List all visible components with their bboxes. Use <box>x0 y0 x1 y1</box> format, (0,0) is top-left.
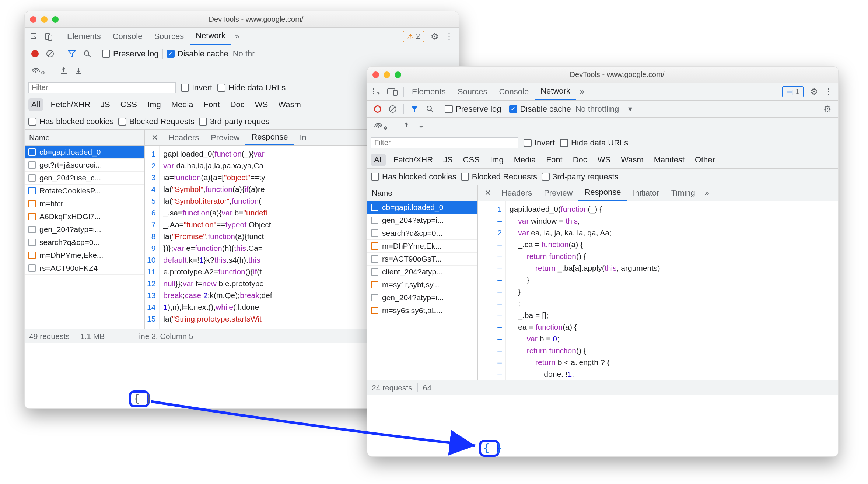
tab-preview[interactable]: Preview <box>538 185 578 201</box>
type-manifest[interactable]: Manifest <box>651 154 687 166</box>
warning-badge[interactable]: ⚠2 <box>403 31 424 42</box>
maximize-icon[interactable] <box>52 16 59 23</box>
inspect-icon[interactable] <box>370 86 384 98</box>
disable-cache-checkbox[interactable]: ✓Disable cache <box>167 49 228 59</box>
request-row[interactable]: client_204?atyp... <box>367 266 477 278</box>
device-toggle-icon[interactable] <box>42 31 56 42</box>
hide-data-urls-checkbox[interactable]: Hide data URLs <box>560 138 628 148</box>
filter-toggle-icon[interactable] <box>65 48 79 59</box>
type-img[interactable]: Img <box>144 98 164 111</box>
request-row[interactable]: get?rt=j&sourcei... <box>25 159 144 172</box>
type-font[interactable]: Font <box>543 154 566 166</box>
blocked-cookies-checkbox[interactable]: Has blocked cookies <box>371 172 456 182</box>
tab-console[interactable]: Console <box>493 83 535 100</box>
tab-preview[interactable]: Preview <box>205 130 245 145</box>
tab-initiator[interactable]: Initiator <box>627 185 665 201</box>
request-row[interactable]: gen_204?atyp=i... <box>367 214 477 227</box>
type-fetchxhr[interactable]: Fetch/XHR <box>390 154 436 166</box>
type-ws[interactable]: WS <box>595 154 613 166</box>
close-icon[interactable] <box>30 16 36 23</box>
disable-cache-checkbox[interactable]: ✓Disable cache <box>509 104 571 114</box>
type-media[interactable]: Media <box>168 98 196 111</box>
request-row[interactable]: m=DhPYme,Eke... <box>25 249 144 262</box>
request-row[interactable]: cb=gapi.loaded_0 <box>367 201 477 214</box>
request-row[interactable]: m=DhPYme,Ek... <box>367 240 477 253</box>
filter-input[interactable] <box>371 137 518 148</box>
inspect-icon[interactable] <box>27 31 42 42</box>
clear-button[interactable] <box>386 104 400 115</box>
kebab-menu-icon[interactable] <box>821 85 836 98</box>
request-row[interactable]: m=sy6s,sy6t,aL... <box>367 304 477 317</box>
minimize-icon[interactable] <box>41 16 48 23</box>
tab-headers[interactable]: Headers <box>162 130 205 145</box>
kebab-menu-icon[interactable] <box>442 30 456 43</box>
preserve-log-checkbox[interactable]: Preserve log <box>445 104 501 114</box>
type-css[interactable]: CSS <box>118 98 140 111</box>
type-wasm[interactable]: Wasm <box>618 154 647 166</box>
more-tabs-icon[interactable]: » <box>231 28 243 45</box>
request-row[interactable]: search?q&cp=0... <box>367 227 477 240</box>
hide-data-urls-checkbox[interactable]: Hide data URLs <box>217 83 286 92</box>
request-row[interactable]: m=sy1r,sybt,sy... <box>367 278 477 291</box>
search-icon[interactable] <box>80 48 94 59</box>
type-wasm[interactable]: Wasm <box>275 98 304 111</box>
blocked-requests-checkbox[interactable]: Blocked Requests <box>461 172 537 182</box>
tab-elements[interactable]: Elements <box>61 28 107 45</box>
blocked-requests-checkbox[interactable]: Blocked Requests <box>118 117 195 126</box>
request-row[interactable]: RotateCookiesP... <box>25 185 144 197</box>
filter-input[interactable] <box>28 82 176 93</box>
request-row[interactable]: cb=gapi.loaded_0 <box>25 146 144 159</box>
type-other[interactable]: Other <box>692 154 718 166</box>
tab-network[interactable]: Network <box>535 83 576 100</box>
request-row[interactable]: gen_204?use_c... <box>25 172 144 185</box>
preserve-log-checkbox[interactable]: Preserve log <box>102 49 159 59</box>
tab-console[interactable]: Console <box>107 28 148 45</box>
import-har-icon[interactable] <box>400 121 413 131</box>
type-js[interactable]: JS <box>98 98 113 111</box>
maximize-icon[interactable] <box>395 71 401 78</box>
request-row[interactable]: rs=ACT90oFKZ4 <box>25 262 144 275</box>
tab-sources[interactable]: Sources <box>452 83 493 100</box>
type-font[interactable]: Font <box>201 98 223 111</box>
tab-response[interactable]: Response <box>578 185 627 201</box>
tab-sources[interactable]: Sources <box>148 28 190 45</box>
type-all[interactable]: All <box>28 98 43 111</box>
filter-toggle-icon[interactable] <box>407 104 421 115</box>
clear-button[interactable] <box>43 48 57 59</box>
invert-checkbox[interactable]: Invert <box>524 138 555 148</box>
type-all[interactable]: All <box>371 154 386 166</box>
request-row[interactable]: gen_204?atyp=i... <box>25 223 144 236</box>
name-column-header[interactable]: Name <box>367 185 477 201</box>
export-har-icon[interactable] <box>72 66 85 76</box>
export-har-icon[interactable] <box>414 121 428 131</box>
throttling-select[interactable]: No thr <box>230 48 258 60</box>
settings-icon[interactable] <box>807 85 821 98</box>
throttling-select[interactable]: No throttling ▾ <box>573 103 635 115</box>
request-row[interactable]: A6DkqFxHDGl7... <box>25 210 144 223</box>
record-button[interactable] <box>371 104 384 114</box>
close-content-icon[interactable]: ✕ <box>147 133 162 143</box>
request-row[interactable]: rs=ACT90oGsT... <box>367 253 477 266</box>
device-toggle-icon[interactable] <box>384 86 401 97</box>
messages-badge[interactable]: ▤1 <box>782 86 804 97</box>
tab-network[interactable]: Network <box>190 28 231 45</box>
minimize-icon[interactable] <box>384 71 390 78</box>
third-party-checkbox[interactable]: 3rd-party reques <box>199 117 269 126</box>
settings-icon[interactable] <box>428 30 442 43</box>
blocked-cookies-checkbox[interactable]: Has blocked cookies <box>28 117 114 126</box>
network-settings-icon[interactable] <box>820 102 834 116</box>
tab-headers[interactable]: Headers <box>496 185 538 201</box>
tab-initiator-clip[interactable]: In <box>294 130 312 145</box>
type-js[interactable]: JS <box>440 154 456 166</box>
type-img[interactable]: Img <box>487 154 507 166</box>
record-button[interactable] <box>28 49 42 59</box>
request-row[interactable]: gen_204?atyp=i... <box>367 291 477 304</box>
third-party-checkbox[interactable]: 3rd-party requests <box>542 172 619 182</box>
network-conditions-icon[interactable]: ⚙ <box>371 121 392 131</box>
search-icon[interactable] <box>423 104 437 115</box>
tab-timing[interactable]: Timing <box>665 185 701 201</box>
type-fetchxhr[interactable]: Fetch/XHR <box>48 98 93 111</box>
type-css[interactable]: CSS <box>460 154 483 166</box>
name-column-header[interactable]: Name <box>25 130 144 146</box>
request-row[interactable]: search?q&cp=0... <box>25 236 144 249</box>
